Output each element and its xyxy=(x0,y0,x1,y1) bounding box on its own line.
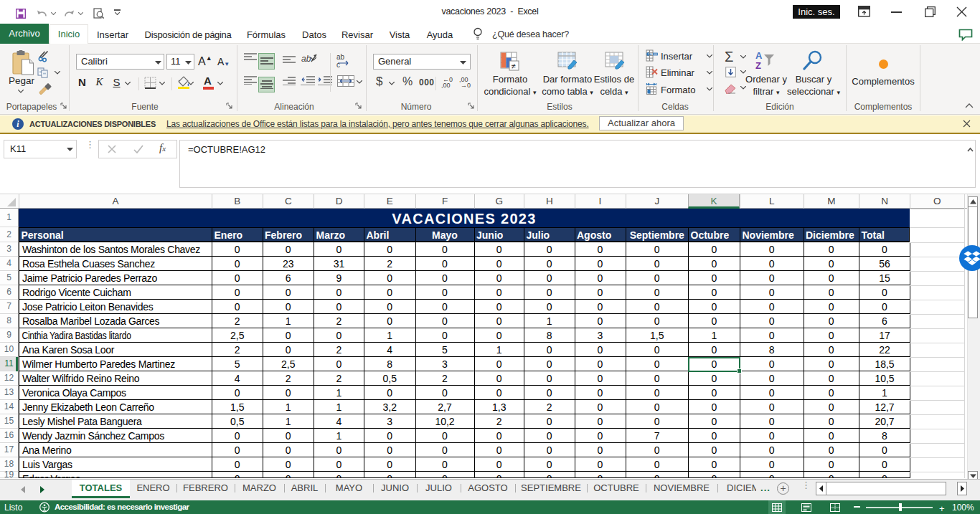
svg-text:c: c xyxy=(336,61,340,67)
svg-text:ab: ab xyxy=(336,53,345,61)
svg-text:,00: ,00 xyxy=(441,82,451,88)
svg-text:A: A xyxy=(755,50,763,61)
svg-text:Z: Z xyxy=(755,60,761,70)
svg-text:≠: ≠ xyxy=(512,62,516,70)
svg-text:ab: ab xyxy=(301,54,311,64)
svg-text:→0: →0 xyxy=(461,82,471,88)
